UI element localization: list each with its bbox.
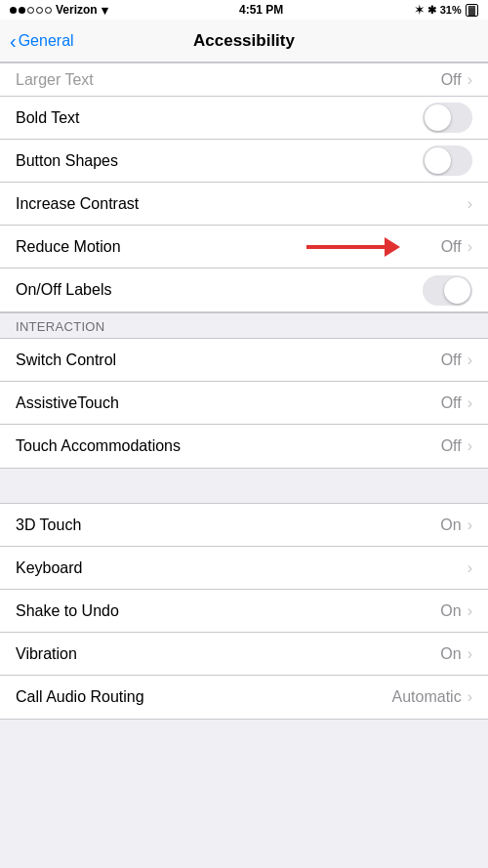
3d-touch-label: 3D Touch [16, 517, 81, 534]
onoff-labels-toggle[interactable] [423, 275, 472, 306]
interaction-header-label: INTERACTION [16, 319, 104, 334]
button-shapes-row[interactable]: Button Shapes [0, 140, 488, 183]
assistivetouch-right: Off › [441, 394, 472, 412]
interaction-section-header: INTERACTION [0, 312, 488, 338]
keyboard-row[interactable]: Keyboard › [0, 547, 488, 590]
back-button[interactable]: ‹ General [10, 31, 74, 51]
chevron-right-icon: › [468, 351, 472, 369]
bold-text-toggle[interactable] [423, 103, 472, 133]
red-arrow-annotation [306, 237, 400, 257]
assistivetouch-value: Off [441, 394, 462, 412]
shake-to-undo-label: Shake to Undo [16, 602, 119, 620]
time-label: 4:51 PM [239, 3, 283, 17]
button-shapes-toggle[interactable] [423, 145, 472, 176]
wifi-icon: ▾ [102, 3, 108, 18]
carrier-label: Verizon [56, 3, 98, 17]
increase-contrast-row[interactable]: Increase Contrast › [0, 183, 488, 226]
chevron-right-icon: › [468, 437, 472, 455]
3d-touch-right: On › [440, 517, 472, 534]
vibration-value: On [440, 645, 461, 663]
battery-icon: ▓ [466, 4, 478, 17]
back-label: General [19, 32, 74, 50]
call-audio-routing-label: Call Audio Routing [16, 688, 144, 706]
shake-to-undo-row[interactable]: Shake to Undo On › [0, 590, 488, 633]
touch-accommodations-row[interactable]: Touch Accommodations Off › [0, 425, 488, 468]
switch-control-label: Switch Control [16, 351, 116, 369]
chevron-right-icon: › [468, 645, 472, 663]
status-right: ✶ ✱ 31% ▓ [415, 4, 478, 17]
bottom-settings-group: 3D Touch On › Keyboard › Shake to Undo O… [0, 503, 488, 720]
vibration-label: Vibration [16, 645, 77, 663]
bold-text-label: Bold Text [16, 109, 80, 127]
chevron-right-icon: › [468, 688, 472, 706]
toggle-thumb [425, 104, 451, 131]
assistivetouch-label: AssistiveTouch [16, 394, 119, 412]
switch-control-right: Off › [441, 351, 472, 369]
chevron-right-icon: › [468, 602, 472, 620]
vibration-right: On › [440, 645, 472, 663]
switch-control-value: Off [441, 351, 462, 369]
chevron-right-icon: › [468, 517, 472, 534]
reduce-motion-value: Off [441, 238, 462, 256]
status-left: Verizon ▾ [10, 3, 108, 18]
switch-control-row[interactable]: Switch Control Off › [0, 339, 488, 382]
call-audio-routing-right: Automatic › [392, 688, 472, 706]
nav-bar: ‹ General Accessibility [0, 20, 488, 62]
touch-accommodations-value: Off [441, 437, 462, 455]
keyboard-right: › [468, 559, 472, 577]
signal-icon [10, 7, 52, 14]
arrow-head [385, 237, 400, 257]
chevron-right-icon: › [468, 238, 472, 256]
touch-accommodations-right: Off › [441, 437, 472, 455]
assistivetouch-row[interactable]: AssistiveTouch Off › [0, 382, 488, 425]
battery-percent: 31% [440, 4, 462, 16]
onoff-labels-label: On/Off Labels [16, 281, 111, 299]
chevron-left-icon: ‹ [10, 31, 17, 51]
reduce-motion-label: Reduce Motion [16, 238, 121, 256]
reduce-motion-row[interactable]: Reduce Motion Off › [0, 226, 488, 269]
reduce-motion-right: Off › [441, 238, 472, 256]
interaction-settings-group: Switch Control Off › AssistiveTouch Off … [0, 338, 488, 469]
increase-contrast-label: Increase Contrast [16, 195, 139, 213]
bluetooth-icon: ✶ [415, 4, 424, 17]
increase-contrast-right: › [468, 195, 472, 213]
shake-to-undo-value: On [440, 602, 461, 620]
larger-text-right: Off › [441, 71, 472, 89]
status-bar: Verizon ▾ 4:51 PM ✶ ✱ 31% ▓ [0, 0, 488, 20]
chevron-right-icon: › [468, 559, 472, 577]
onoff-labels-row[interactable]: On/Off Labels [0, 269, 488, 311]
chevron-right-icon: › [468, 394, 472, 412]
vision-settings-group: Larger Text Off › Bold Text Button Shape… [0, 62, 488, 312]
arrow-body [306, 245, 385, 249]
toggle-thumb [425, 147, 451, 174]
group-spacer [0, 469, 488, 503]
3d-touch-row[interactable]: 3D Touch On › [0, 504, 488, 547]
bluetooth-label: ✱ [427, 4, 436, 17]
touch-accommodations-label: Touch Accommodations [16, 437, 181, 455]
chevron-right-icon: › [468, 195, 472, 213]
larger-text-value: Off [441, 71, 462, 89]
larger-text-row[interactable]: Larger Text Off › [0, 63, 488, 97]
bold-text-row[interactable]: Bold Text [0, 97, 488, 140]
keyboard-label: Keyboard [16, 559, 83, 577]
vibration-row[interactable]: Vibration On › [0, 633, 488, 676]
shake-to-undo-right: On › [440, 602, 472, 620]
chevron-right-icon: › [468, 71, 472, 89]
page-title: Accessibility [193, 31, 295, 51]
toggle-thumb [444, 277, 470, 304]
3d-touch-value: On [440, 517, 461, 534]
call-audio-routing-row[interactable]: Call Audio Routing Automatic › [0, 676, 488, 719]
larger-text-label: Larger Text [16, 71, 94, 89]
button-shapes-label: Button Shapes [16, 152, 118, 170]
call-audio-routing-value: Automatic [392, 688, 462, 706]
